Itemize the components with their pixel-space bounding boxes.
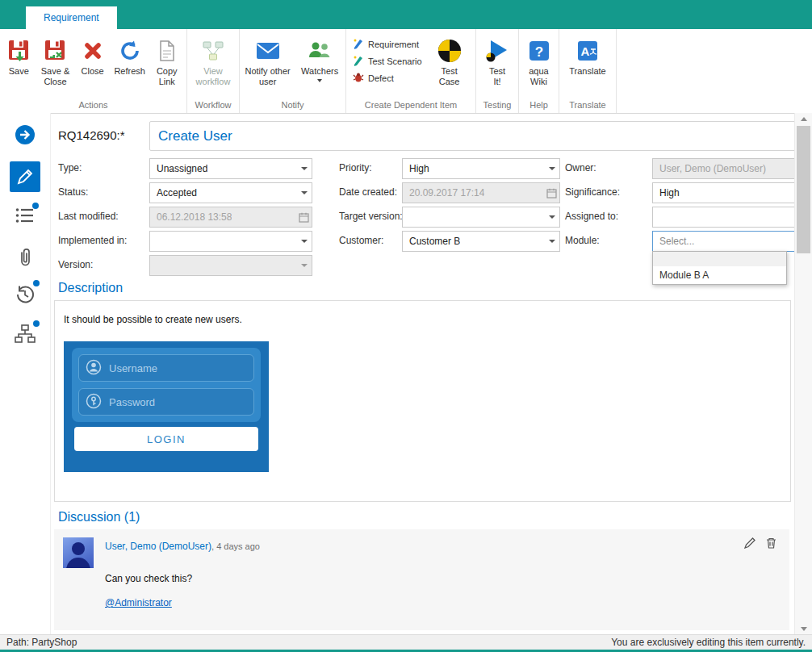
description-editor[interactable]: It should be possible to create new user…: [54, 300, 791, 502]
priority-value: High: [409, 163, 429, 174]
refresh-button[interactable]: Refresh: [111, 36, 149, 78]
login-image-password-field: Password: [78, 388, 254, 416]
customer-dropdown[interactable]: Customer B: [402, 231, 560, 252]
comment-mention-link[interactable]: @Administrator: [105, 597, 172, 608]
owner-dropdown: User, Demo (DemoUser): [652, 158, 811, 179]
sidebar-item-attachments[interactable]: [16, 247, 34, 271]
type-value: Unassigned: [157, 163, 207, 174]
tab-requirement[interactable]: Requirement: [26, 6, 117, 29]
comment-edit-button[interactable]: [744, 537, 755, 552]
avatar: [63, 537, 94, 568]
chevron-down-icon: [545, 232, 559, 250]
module-placeholder: Select...: [659, 236, 694, 247]
status-path: Path: PartyShop: [6, 637, 77, 648]
ribbon-filler: [617, 29, 812, 113]
module-option[interactable]: Module B A: [653, 266, 786, 284]
notify-other-user-button[interactable]: Notify other user: [243, 36, 292, 89]
chevron-down-icon: [545, 160, 559, 178]
test-it-button[interactable]: Test It!: [480, 36, 514, 89]
login-image-username-field: Username: [78, 354, 254, 382]
chevron-down-icon: [297, 232, 311, 250]
status-editing-note: You are exclusively editing this item cu…: [611, 637, 806, 648]
ribbon-group-actions-label: Actions: [0, 100, 186, 110]
ribbon: Save Save & Close Close: [0, 29, 812, 114]
vertical-scrollbar[interactable]: [794, 113, 812, 634]
create-test-case-button[interactable]: Test Case: [430, 36, 469, 89]
target-version-label: Target version:: [339, 211, 403, 222]
significance-dropdown[interactable]: High: [652, 182, 811, 203]
watchers-button-label: Watchers: [301, 66, 338, 77]
ribbon-group-testing-label: Testing: [476, 100, 518, 110]
customer-label: Customer:: [339, 235, 383, 246]
status-value: Accepted: [157, 187, 197, 199]
ribbon-group-help: ? aqua Wiki Help: [519, 29, 559, 113]
type-dropdown[interactable]: Unassigned: [149, 158, 312, 179]
create-defect-label: Defect: [368, 73, 394, 83]
version-dropdown: [149, 255, 312, 276]
notification-dot: [32, 203, 39, 209]
comment-delete-button[interactable]: [766, 537, 776, 552]
watchers-button[interactable]: Watchers: [297, 36, 342, 84]
sidebar-item-history[interactable]: [15, 284, 36, 308]
ribbon-group-create-dependent: Requirement Test Scenario Defect: [346, 29, 476, 113]
sidebar-item-details[interactable]: [15, 207, 35, 228]
create-defect-button[interactable]: Defect: [349, 71, 425, 86]
close-button[interactable]: Close: [76, 36, 108, 78]
comment-author-link[interactable]: User, Demo (DemoUser), 4 days ago: [105, 541, 260, 552]
title-input[interactable]: Create User: [149, 121, 803, 151]
sidebar-item-dependencies[interactable]: [15, 324, 36, 347]
save-icon: [6, 37, 31, 65]
calendar-icon: [297, 208, 311, 226]
last-modified-label: Last modified:: [58, 211, 119, 222]
key-icon: [86, 393, 102, 412]
status-dropdown[interactable]: Accepted: [149, 182, 312, 203]
status-label: Status:: [58, 186, 88, 198]
title-text: Create User: [158, 128, 232, 144]
translate-button[interactable]: A Translate: [563, 36, 613, 78]
login-screenshot-image: Username Password LOGIN: [64, 341, 269, 472]
type-label: Type:: [58, 162, 82, 173]
ribbon-group-translate-label: Translate: [559, 100, 616, 110]
description-text: It should be possible to create new user…: [64, 314, 242, 325]
priority-label: Priority:: [339, 162, 372, 173]
aqua-wiki-button-label: aqua Wiki: [525, 66, 553, 87]
comment-text: Can you check this?: [105, 573, 192, 584]
sidebar-item-edit[interactable]: [10, 161, 40, 192]
priority-dropdown[interactable]: High: [402, 158, 560, 179]
scrollbar-thumb[interactable]: [797, 126, 810, 253]
module-option-empty[interactable]: [653, 252, 786, 266]
create-test-scenario-button[interactable]: Test Scenario: [349, 54, 425, 69]
test-it-icon: [485, 37, 509, 65]
implemented-in-dropdown[interactable]: [149, 231, 312, 252]
sidebar-item-expand[interactable]: [15, 124, 36, 148]
significance-value: High: [659, 187, 680, 199]
defect-icon: [353, 72, 364, 85]
module-dropdown[interactable]: Select...: [652, 231, 811, 252]
scroll-up-button[interactable]: [795, 113, 812, 124]
save-and-close-button[interactable]: Save & Close: [36, 36, 75, 89]
svg-text:A: A: [581, 44, 590, 58]
aqua-wiki-button[interactable]: ? aqua Wiki: [522, 36, 555, 89]
view-workflow-button-label: View workflow: [192, 66, 234, 87]
close-icon: [82, 37, 103, 65]
copy-link-button[interactable]: Copy Link: [151, 36, 183, 89]
item-id: RQ142690:*: [58, 121, 125, 149]
pencil-edit-icon: [10, 161, 40, 192]
svg-text:?: ?: [534, 44, 542, 60]
chevron-down-icon: [297, 184, 311, 202]
ribbon-group-help-label: Help: [519, 100, 559, 110]
ribbon-group-translate: A Translate Translate: [559, 29, 617, 113]
scroll-down-button[interactable]: [795, 623, 812, 634]
copy-link-button-label: Copy Link: [153, 66, 182, 87]
chevron-down-icon: [317, 79, 322, 82]
refresh-icon: [119, 37, 141, 65]
create-requirement-label: Requirement: [368, 40, 419, 49]
person-icon: [86, 359, 102, 378]
discussion-comment: User, Demo (DemoUser), 4 days ago Can yo…: [54, 529, 789, 630]
assigned-to-dropdown[interactable]: [652, 207, 811, 228]
target-version-dropdown[interactable]: [402, 207, 560, 228]
create-requirement-button[interactable]: Requirement: [349, 37, 425, 52]
save-button[interactable]: Save: [3, 36, 35, 78]
test-it-button-label: Test It!: [485, 66, 509, 87]
chevron-down-icon: [545, 208, 559, 226]
